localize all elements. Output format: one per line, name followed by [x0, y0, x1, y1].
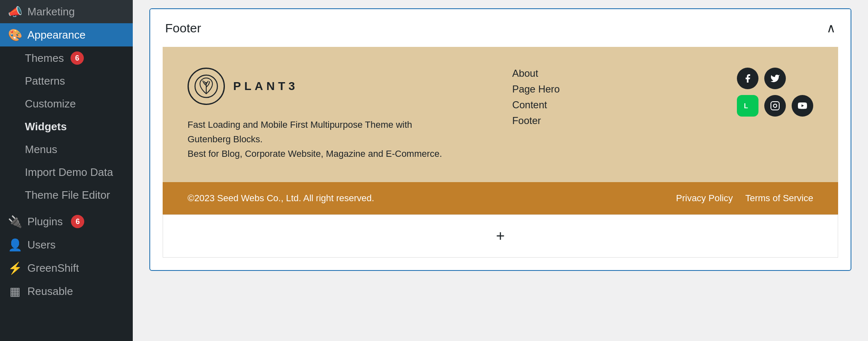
sidebar-item-widgets[interactable]: Widgets	[0, 115, 133, 138]
sidebar-item-theme-file-editor[interactable]: Theme File Editor	[0, 184, 133, 207]
collapse-icon[interactable]: ∧	[827, 21, 836, 35]
footer-links: Privacy Policy Terms of Service	[676, 193, 813, 204]
nav-link-page-hero[interactable]: Page Hero	[512, 83, 712, 95]
sidebar-item-greenshift-label: GreenShift	[27, 262, 79, 275]
nav-link-about[interactable]: About	[512, 68, 712, 79]
reusable-icon: ▦	[8, 285, 22, 298]
sidebar-item-customize[interactable]: Customize	[0, 93, 133, 115]
sidebar-item-greenshift[interactable]: ⚡ GreenShift	[0, 256, 133, 280]
footer-panel-title: Footer	[165, 21, 201, 35]
twitter-icon[interactable]	[764, 68, 786, 89]
nav-link-footer[interactable]: Footer	[512, 115, 712, 127]
line-icon[interactable]: L	[737, 95, 758, 117]
logo-svg	[194, 74, 219, 99]
social-row-1	[737, 68, 813, 89]
menus-label: Menus	[25, 143, 57, 156]
sidebar-item-marketing-label: Marketing	[27, 5, 75, 18]
footer-panel: Footer ∧	[149, 8, 851, 271]
sidebar: 📣 Marketing 🎨 Appearance Themes 6 Patter…	[0, 0, 133, 341]
sidebar-item-menus[interactable]: Menus	[0, 138, 133, 161]
footer-logo-row: PLANT3	[188, 68, 487, 105]
footer-logo-area: PLANT3 Fast Loading and Mobile First Mul…	[188, 68, 487, 161]
tos-link[interactable]: Terms of Service	[745, 193, 813, 204]
plugins-icon: 🔌	[8, 215, 22, 228]
import-demo-data-label: Import Demo Data	[25, 166, 113, 178]
sidebar-item-plugins[interactable]: 🔌 Plugins 6	[0, 210, 133, 233]
sidebar-item-appearance-label: Appearance	[27, 29, 85, 41]
sidebar-item-themes[interactable]: Themes 6	[0, 46, 133, 70]
footer-nav-area: About Page Hero Content Footer	[512, 68, 712, 127]
appearance-icon: 🎨	[8, 28, 22, 41]
content-wrapper: Footer ∧	[149, 0, 851, 271]
footer-logo-text: PLANT3	[233, 80, 298, 93]
sidebar-item-users[interactable]: 👤 Users	[0, 233, 133, 256]
sidebar-item-patterns[interactable]: Patterns	[0, 70, 133, 93]
privacy-policy-link[interactable]: Privacy Policy	[676, 193, 733, 204]
widgets-label: Widgets	[25, 120, 67, 133]
footer-preview: PLANT3 Fast Loading and Mobile First Mul…	[163, 47, 838, 214]
sidebar-item-appearance[interactable]: 🎨 Appearance	[0, 23, 133, 46]
sidebar-item-import-demo-data[interactable]: Import Demo Data	[0, 161, 133, 184]
sidebar-item-plugins-label: Plugins	[27, 215, 63, 228]
plugins-badge: 6	[71, 215, 84, 228]
sidebar-item-marketing[interactable]: 📣 Marketing	[0, 0, 133, 23]
footer-desc-line3: Best for Blog, Corporate Website, Magazi…	[188, 149, 442, 159]
youtube-icon[interactable]	[792, 95, 813, 117]
marketing-icon: 📣	[8, 5, 22, 18]
theme-file-editor-label: Theme File Editor	[25, 189, 110, 201]
facebook-icon[interactable]	[737, 68, 758, 89]
svg-text:L: L	[744, 102, 748, 110]
social-row-2: L	[737, 95, 813, 117]
customize-label: Customize	[25, 97, 76, 110]
patterns-label: Patterns	[25, 75, 65, 87]
add-block-row[interactable]: +	[163, 214, 838, 258]
themes-label: Themes	[25, 52, 64, 65]
main-content: Footer ∧	[133, 0, 868, 341]
sidebar-item-users-label: Users	[27, 239, 56, 251]
add-block-plus[interactable]: +	[496, 227, 505, 245]
footer-bottom: ©2023 Seed Webs Co., Ltd. All right rese…	[163, 182, 838, 214]
footer-social-area: L	[737, 68, 813, 117]
sidebar-item-reusable-label: Reusable	[27, 285, 73, 298]
nav-link-content[interactable]: Content	[512, 99, 712, 111]
footer-copyright: ©2023 Seed Webs Co., Ltd. All right rese…	[188, 193, 374, 204]
sidebar-item-reusable[interactable]: ▦ Reusable	[0, 280, 133, 303]
logo-circle	[188, 68, 225, 105]
footer-description: Fast Loading and Mobile First Multipurpo…	[188, 117, 487, 161]
footer-desc-line2: Gutenberg Blocks.	[188, 134, 263, 144]
instagram-icon[interactable]	[764, 95, 786, 117]
themes-badge: 6	[71, 51, 84, 65]
greenshift-icon: ⚡	[8, 261, 22, 275]
svg-rect-2	[771, 102, 779, 110]
footer-panel-header: Footer ∧	[150, 9, 851, 47]
users-icon: 👤	[8, 238, 22, 251]
footer-desc-line1: Fast Loading and Mobile First Multipurpo…	[188, 119, 412, 130]
footer-upper: PLANT3 Fast Loading and Mobile First Mul…	[163, 47, 838, 182]
